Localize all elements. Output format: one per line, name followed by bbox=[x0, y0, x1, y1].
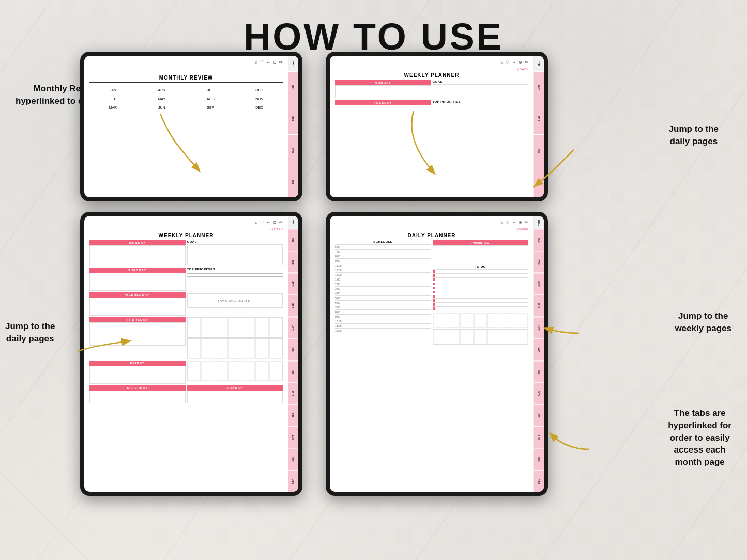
edit-icon-2: ✏ bbox=[525, 60, 528, 65]
time-200: 2:00 bbox=[335, 282, 431, 286]
tab-jan-1: JAN bbox=[288, 71, 298, 103]
weekend-row: SATURDAY SUNDAY bbox=[89, 385, 283, 403]
tab-jan-3: JAN bbox=[288, 229, 298, 251]
annotation-jump-weekly: Jump to the weekly pages bbox=[675, 310, 731, 335]
edit-icon-3: ✏ bbox=[279, 220, 283, 225]
tablet-monthly-review: ⌂ ♡ ↔ ⊙ ✏ MONTHLY REVIEW JAN APR JUL OCT… bbox=[80, 52, 302, 201]
time-1000b: 10:00 bbox=[335, 319, 431, 323]
schedule-col: SCHEDULE 6:00 7:00 8:00 9:00 10:00 11:00… bbox=[335, 240, 431, 345]
grid-cell bbox=[255, 361, 268, 381]
grid-cell bbox=[188, 318, 201, 337]
home-icon-3: ⌂ bbox=[255, 220, 257, 225]
tab-may-4: MAY bbox=[534, 317, 544, 338]
priorities-header: PRIORITIES bbox=[433, 240, 529, 245]
habit-grid-2 bbox=[187, 338, 283, 359]
grid-cell bbox=[269, 318, 282, 337]
time-800b: 8:00 bbox=[335, 309, 431, 314]
tablet-weekly-top: ⌂ ♡ ↔ ⊙ ✏ ◁ DAILY WEEKLY PLANNER MONDAY … bbox=[326, 52, 548, 201]
time-1000: 10:00 bbox=[335, 263, 431, 268]
week-two-col-top: MONDAY GOAL bbox=[335, 80, 528, 98]
todo-row-1 bbox=[433, 269, 529, 273]
todo-checkbox bbox=[433, 278, 435, 281]
tab-may-3: MAY bbox=[288, 317, 298, 338]
grid-cell bbox=[269, 361, 282, 381]
goal-title: GOAL bbox=[433, 80, 529, 83]
friday-section: FRIDAY bbox=[89, 361, 186, 384]
month-jan: JAN bbox=[89, 87, 136, 94]
edit-icon: ✏ bbox=[279, 60, 283, 65]
tab-apr-4: APR bbox=[534, 294, 544, 316]
habit-grid-3 bbox=[187, 361, 283, 381]
daily-link-bottom: ◁ DAILY bbox=[89, 227, 283, 231]
todo-row-10 bbox=[433, 306, 529, 310]
tab-year-1: YEAR bbox=[288, 56, 298, 71]
tab-jul-4: JUL bbox=[534, 361, 544, 382]
month-feb: FEB bbox=[89, 96, 136, 102]
time-600: 6:00 bbox=[335, 244, 431, 249]
top-priorities-col: TOP PRIORITIES bbox=[433, 100, 529, 105]
thursday-grid-row: THURSDAY bbox=[89, 317, 283, 359]
tab-feb-3: FEB bbox=[288, 251, 298, 272]
priorities-todo-col: PRIORITIES TO DO bbox=[433, 240, 529, 345]
thursday-section: THURSDAY bbox=[89, 317, 186, 359]
tablet-screen-weekly-full: ⌂ ♡ ↔ ⊙ ✏ ◁ DAILY WEEKLY PLANNER MONDAY bbox=[84, 216, 298, 492]
tab-mar-3: MAR bbox=[288, 273, 298, 294]
time-100: 1:00 bbox=[335, 277, 431, 282]
top-priorities-section: TOP PRIORITIES bbox=[187, 268, 283, 291]
sunday-body bbox=[187, 391, 283, 403]
goal-body-full bbox=[187, 244, 283, 265]
weekly-top-content: ⌂ ♡ ↔ ⊙ ✏ ◁ DAILY WEEKLY PLANNER MONDAY … bbox=[330, 56, 533, 197]
tab-sep-3: SEP bbox=[288, 404, 298, 426]
tab-feb-1: FEB bbox=[288, 103, 298, 134]
home-icon: ⌂ bbox=[255, 60, 257, 65]
side-tabs-2: YE... JAN FEB MAR APR bbox=[533, 56, 544, 197]
tab-aug-4: AUG bbox=[534, 382, 544, 404]
home-icon-2: ⌂ bbox=[500, 60, 503, 65]
month-nov: NOV bbox=[236, 96, 283, 102]
todo-row-6 bbox=[433, 290, 529, 294]
todo-row-5 bbox=[433, 286, 529, 290]
monthly-review-content: ⌂ ♡ ↔ ⊙ ✏ MONTHLY REVIEW JAN APR JUL OCT… bbox=[84, 56, 288, 197]
time-900: 9:00 bbox=[335, 258, 431, 263]
tab-jan-2: JAN bbox=[534, 71, 544, 103]
icons-bar-4: ⌂ ♡ ↔ ⊙ ✏ bbox=[335, 220, 528, 225]
time-500: 5:00 bbox=[335, 295, 431, 300]
time-1100: 11:00 bbox=[335, 268, 431, 272]
grid-cell bbox=[228, 318, 241, 337]
weekly-full-content: ⌂ ♡ ↔ ⊙ ✏ ◁ DAILY WEEKLY PLANNER MONDAY bbox=[84, 216, 288, 492]
tab-year-2: YE... bbox=[534, 56, 544, 71]
time-700: 7:00 bbox=[335, 249, 431, 254]
friday-body bbox=[89, 366, 186, 384]
daily-content: ⌂ ♡ ↔ ⊙ ✏ ◁ WEEK DAILY PLANNER SCHEDULE … bbox=[330, 216, 533, 492]
tab-mar-1: MAR bbox=[288, 134, 298, 166]
monthly-review-title: MONTHLY REVIEW bbox=[89, 75, 283, 83]
annotation-jump-daily-top: Jump to the daily pages bbox=[669, 123, 719, 148]
weekly-title-full: WEEKLY PLANNER bbox=[89, 232, 283, 238]
todo-checkbox bbox=[433, 270, 435, 273]
tab-jul-3: JUL bbox=[288, 361, 298, 382]
tab-feb-4: FEB bbox=[534, 251, 544, 272]
todo-row-4 bbox=[433, 282, 529, 286]
month-jul: JUL bbox=[187, 87, 234, 94]
tab-aug-3: AUG bbox=[288, 382, 298, 404]
page-content: HOW TO USE Monthly Review is hyperlinked… bbox=[0, 0, 747, 560]
todo-header: TO DO bbox=[433, 265, 529, 268]
grid-cell bbox=[255, 318, 268, 337]
saturday-section: SATURDAY bbox=[89, 385, 186, 403]
arrows-icon-2: ↔ bbox=[512, 60, 516, 65]
time-1200b: 12:00 bbox=[335, 328, 431, 333]
tab-year-3: YEAR bbox=[288, 216, 298, 229]
time-800: 8:00 bbox=[335, 254, 431, 258]
friday-row: FRIDAY bbox=[89, 361, 283, 384]
monday-col: MONDAY bbox=[335, 80, 431, 98]
settings-icon: ⊙ bbox=[273, 60, 277, 65]
monday-section: MONDAY bbox=[89, 240, 186, 266]
tablet-screen-monthly-review: ⌂ ♡ ↔ ⊙ ✏ MONTHLY REVIEW JAN APR JUL OCT… bbox=[84, 56, 298, 197]
wednesday-grateful-row: WEDNESDAY I AM GRATEFUL FOR... bbox=[89, 292, 283, 316]
monday-body-full bbox=[89, 245, 186, 266]
wednesday-body bbox=[89, 298, 186, 316]
month-mar: MAR bbox=[89, 104, 136, 111]
top-priorities-full: TOP PRIORITIES bbox=[187, 268, 283, 271]
todo-row-2 bbox=[433, 273, 529, 277]
tuesday-header: TUESDAY bbox=[335, 100, 431, 105]
